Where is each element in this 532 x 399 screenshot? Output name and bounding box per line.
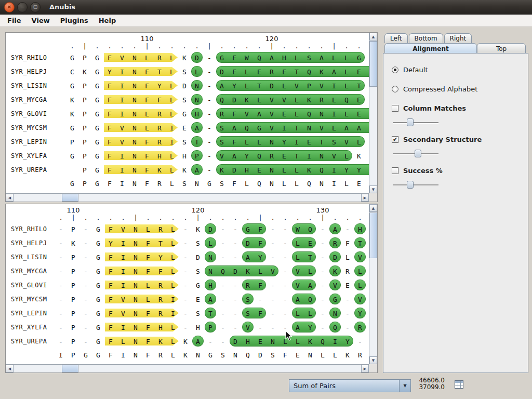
scrollbar-corner	[369, 364, 377, 373]
checkbox-icon: ✔	[392, 136, 398, 143]
success-slider[interactable]	[393, 180, 438, 190]
slider-thumb[interactable]	[407, 118, 414, 126]
vertical-scrollbar-thumb[interactable]	[369, 212, 377, 258]
residue: F	[141, 138, 153, 145]
sequence-row[interactable]: SYR_LEPINPPGFVNFRIST-SFLLNYIETSVLS	[6, 135, 369, 149]
sequence-row[interactable]: SYR_GLOVIKPGFINLRLGH-RFVAVELQNILEL	[6, 107, 369, 121]
column-matches-checkbox[interactable]: Column Matches	[392, 104, 520, 112]
vertical-scrollbar[interactable]: ▲ ▼	[369, 33, 377, 193]
consensus-residue: D	[254, 351, 267, 359]
scroll-up-icon[interactable]: ▲	[369, 204, 377, 212]
table-icon[interactable]	[455, 380, 463, 389]
residue: I	[117, 323, 129, 331]
residue: I	[117, 253, 129, 261]
sequence-row[interactable]: SYR_LEPIN-P-GFVNFRI-ST--SF--LL-N-Y	[6, 306, 369, 320]
slider-thumb[interactable]	[407, 181, 414, 189]
ruler-tick: .	[304, 214, 316, 221]
scroll-down-icon[interactable]: ▼	[369, 185, 377, 193]
scroll-right-icon[interactable]: ▶	[361, 194, 369, 202]
window-close-button[interactable]: ✕	[4, 2, 15, 12]
residue: F	[228, 138, 241, 145]
tab-left[interactable]: Left	[384, 33, 408, 43]
scroll-left-icon[interactable]: ◀	[6, 194, 14, 202]
sequence-row[interactable]: SYR_LISIN-P-GFINFYL-DN--AY--LT-DLV	[6, 250, 369, 264]
scroll-up-icon[interactable]: ▲	[369, 33, 377, 41]
residue: -	[55, 239, 67, 247]
ruler-tick: .	[329, 214, 341, 221]
residue: S	[365, 138, 369, 145]
residue: H	[354, 225, 366, 233]
tab-top[interactable]: Top	[477, 43, 526, 54]
residue: A	[265, 54, 278, 61]
residue: -	[79, 295, 92, 303]
sequence-row[interactable]: SYR_LISINGPGFINFYLDN-AYLTDLVPVILTE	[6, 78, 369, 92]
horizontal-scrollbar-thumb[interactable]	[62, 194, 78, 202]
tab-alignment[interactable]: Alignment	[384, 43, 477, 54]
sequence-row[interactable]: SYR_RHILO-P-GFVNLRL-KD--GF--WQ-A-H	[6, 222, 369, 236]
scroll-right-icon[interactable]: ▶	[361, 365, 369, 373]
residue: -	[316, 295, 329, 303]
horizontal-scrollbar-thumb[interactable]	[62, 365, 78, 373]
chevron-down-icon[interactable]: ▼	[399, 380, 410, 392]
scroll-down-icon[interactable]: ▼	[369, 356, 377, 364]
tab-right[interactable]: Right	[444, 33, 472, 43]
ruler-tick: .	[353, 43, 365, 50]
menu-view[interactable]: View	[26, 16, 55, 25]
ruler-tick: .	[241, 43, 253, 50]
slider-thumb[interactable]	[415, 150, 421, 157]
vertical-scrollbar[interactable]: ▲ ▼	[369, 204, 377, 364]
sequence-row[interactable]: SYR_MYCSMGPGFVNLRIEA-SAQGVITNVLAAL	[6, 121, 369, 135]
residue: -	[229, 309, 242, 317]
residue: Y	[228, 82, 241, 89]
sequence-row[interactable]: SYR_UREPA-P-GFLNFKLKA--DHENLLKQIY-	[6, 334, 369, 348]
alignment-view-top[interactable]: 110120.|....|....|....|....|...SYR_RHILO…	[6, 33, 369, 193]
vertical-scrollbar-thumb[interactable]	[369, 41, 377, 87]
horizontal-scrollbar[interactable]: ◀ ▶	[6, 193, 369, 202]
residue: R	[153, 138, 166, 145]
residue: P	[78, 96, 91, 103]
menu-help[interactable]: Help	[94, 16, 121, 25]
sequence-row[interactable]: SYR_RHILOGPGFVNLRLKD-GFWQAHLSALLGD	[6, 50, 369, 64]
residue: -	[55, 225, 67, 233]
residue: R	[216, 110, 228, 117]
residue: D	[229, 267, 242, 275]
horizontal-scrollbar[interactable]: ◀ ▶	[6, 364, 369, 373]
residue: N	[128, 110, 141, 117]
score-function-dropdown[interactable]: Sum of Pairs ▼	[289, 379, 411, 392]
sequence-row[interactable]: SYR_GLOVI-P-GFINLRL-GH--RF--VA-VEL	[6, 278, 369, 292]
sequence-row[interactable]: SYR_HELPJ-K-GYINFTL-SL--DF--LE-RFT	[6, 236, 369, 250]
sequence-row[interactable]: SYR_XYLFA-P-GFINFHL-HP--V---AY-Q-R	[6, 320, 369, 334]
consensus-residue: Q	[242, 351, 254, 359]
residue: S	[192, 239, 204, 247]
column-matches-slider[interactable]	[393, 118, 438, 127]
scroll-left-icon[interactable]: ◀	[6, 365, 14, 373]
ruler-tick: |	[141, 43, 153, 50]
tab-bottom[interactable]: Bottom	[409, 33, 443, 43]
secondary-structure-checkbox[interactable]: ✔Secondary Structure	[392, 136, 520, 143]
menu-file[interactable]: File	[2, 16, 26, 25]
radio-compressed-alphabet[interactable]: Compressed Alphabet	[392, 85, 520, 93]
sequence-row[interactable]: SYR_MYCGAKPGFINFFLSN-QDKLVVLKRLQET	[6, 92, 369, 107]
residue: -	[267, 309, 279, 317]
sequence-row[interactable]: SYR_MYCSM-P-GFVNLRI-EA--S---AQ-G-V	[6, 292, 369, 306]
residue: L	[341, 253, 354, 261]
success-checkbox[interactable]: Success %	[392, 167, 520, 175]
menu-plugins[interactable]: Plugins	[55, 16, 94, 25]
window-maximize-button[interactable]: ▢	[30, 2, 41, 12]
alignment-view-bottom[interactable]: 110120130.|....|....|....|....|...SYR_RH…	[6, 204, 369, 364]
consensus-residue: E	[291, 351, 304, 359]
sequence-row[interactable]: SYR_UREPA PGFINFKLKA-KDHENLLKQIYYE	[6, 163, 369, 177]
radio-default[interactable]: Default	[392, 66, 520, 74]
residue: E	[278, 110, 290, 117]
sequence-row[interactable]: SYR_XYLFAGPGFINFHLHP-VAYQRETINVLKQ	[6, 149, 369, 163]
residue: D	[228, 96, 241, 103]
residue: N	[265, 138, 278, 145]
sequence-row[interactable]: SYR_MYCGA-P-GFINFFL-SNQDKLV-VL-KRL	[6, 264, 369, 278]
residue: E	[353, 110, 365, 117]
residue: -	[217, 323, 229, 331]
sequence-row[interactable]: SYR_HELPJCKGYINFTLSL-DFLERFTQKALEL	[6, 64, 369, 78]
residue: N	[128, 82, 141, 89]
secondary-structure-slider[interactable]	[393, 149, 438, 158]
window-minimize-button[interactable]: −	[17, 2, 28, 12]
residue: L	[241, 82, 253, 89]
